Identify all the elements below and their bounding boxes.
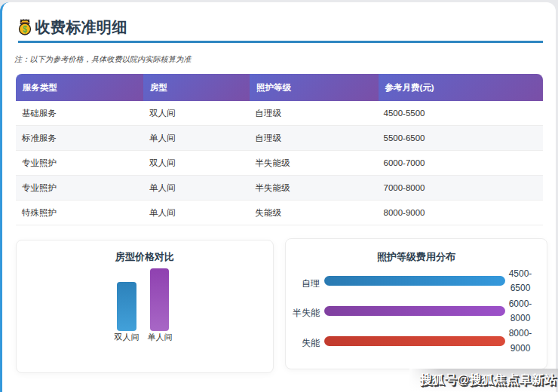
svg-text:$: $ [23,23,27,35]
